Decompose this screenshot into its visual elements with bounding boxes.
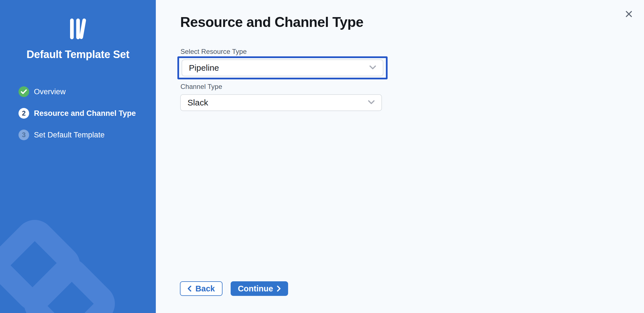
logo-bar-tilted — [79, 18, 86, 39]
back-button-label: Back — [195, 284, 215, 293]
back-button[interactable]: Back — [180, 281, 223, 296]
resource-type-select[interactable]: Pipeline — [182, 59, 383, 76]
channel-type-select[interactable]: Slack — [180, 94, 382, 111]
wizard-content: Resource and Channel Type Select Resourc… — [156, 0, 644, 313]
wizard-modal: Default Template Set Overview 2 Resource… — [0, 0, 644, 313]
channel-type-value: Slack — [187, 98, 208, 107]
chevron-left-icon — [187, 286, 191, 292]
chevron-right-icon — [277, 286, 281, 292]
sidebar-step-set-default-template[interactable]: 3 Set Default Template — [18, 130, 150, 140]
close-icon[interactable] — [622, 7, 636, 21]
step-label: Overview — [34, 88, 66, 96]
resource-type-value: Pipeline — [189, 63, 219, 73]
wizard-actions: Back Continue — [180, 281, 288, 296]
logo-bar — [70, 19, 74, 39]
wizard-steps: Overview 2 Resource and Channel Type 3 S… — [18, 86, 150, 151]
sidebar-step-resource-and-channel-type[interactable]: 2 Resource and Channel Type — [18, 108, 150, 119]
chevron-down-icon — [369, 65, 376, 71]
continue-button-label: Continue — [238, 284, 273, 293]
resource-type-label: Select Resource Type — [180, 48, 247, 56]
template-set-title: Default Template Set — [0, 49, 156, 61]
page-title: Resource and Channel Type — [180, 14, 363, 30]
continue-button[interactable]: Continue — [231, 281, 288, 296]
check-icon — [18, 86, 29, 97]
sidebar-step-overview[interactable]: Overview — [18, 86, 150, 97]
step-label: Set Default Template — [34, 131, 105, 139]
channel-type-label: Channel Type — [180, 83, 222, 91]
step-number-badge: 2 — [18, 108, 29, 119]
step-number-badge: 3 — [18, 130, 29, 140]
brand-logo-icon — [0, 19, 156, 41]
step-label: Resource and Channel Type — [34, 109, 136, 118]
wizard-sidebar: Default Template Set Overview 2 Resource… — [0, 0, 156, 313]
logo-bar — [76, 19, 80, 39]
focus-highlight-border: Pipeline — [177, 56, 388, 79]
chevron-down-icon — [368, 100, 375, 105]
